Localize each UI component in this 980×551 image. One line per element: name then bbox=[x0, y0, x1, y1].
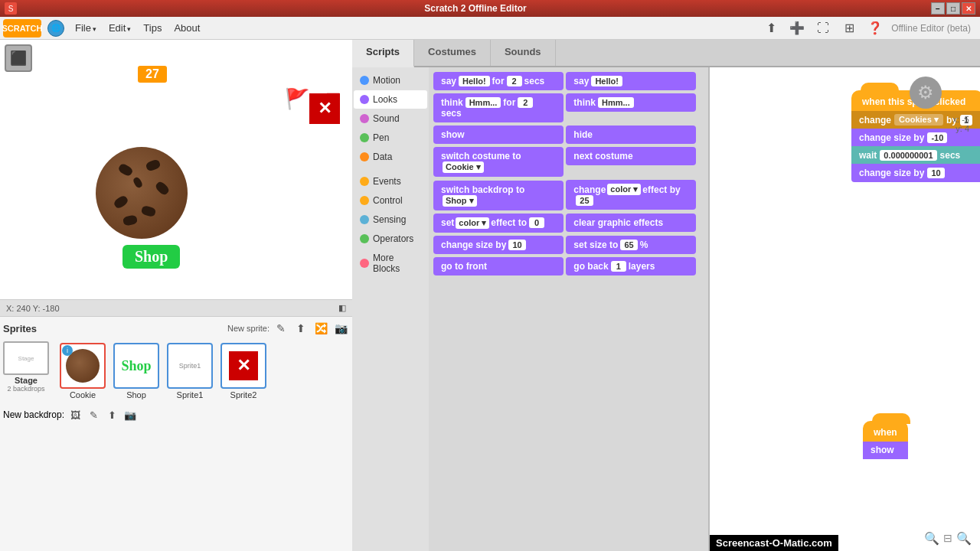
app-icon: S bbox=[5, 2, 17, 15]
menu-about[interactable]: About bbox=[168, 19, 206, 37]
edit-backdrop-button[interactable]: ✎ bbox=[86, 407, 101, 422]
block-change-size[interactable]: change size by 10 bbox=[433, 236, 564, 254]
cat-motion[interactable]: Motion bbox=[354, 71, 427, 90]
partial-when-block[interactable]: when show bbox=[863, 421, 908, 459]
scripting-area[interactable]: when this sprite clicked change Cookies … bbox=[710, 67, 980, 551]
tab-sounds[interactable]: Sounds bbox=[491, 40, 556, 66]
cat-control[interactable]: Control bbox=[354, 191, 427, 210]
sprite-thumb-shop: Shop bbox=[113, 343, 159, 389]
toolbar-right: ⬆ ➕ ⛶ ⊞ ❓ Offline Editor (beta) bbox=[761, 18, 977, 38]
minimize-button[interactable]: − bbox=[931, 2, 945, 15]
x-coord: x: -5 bbox=[953, 115, 969, 124]
stage-selector[interactable]: Stage Stage 2 backdrops bbox=[3, 341, 49, 393]
wait-block[interactable]: wait 0.000000001 secs bbox=[851, 146, 980, 165]
stage-label-text: Stage bbox=[15, 376, 38, 385]
tab-scripts[interactable]: Scripts bbox=[352, 40, 414, 67]
sprite-thumb-sprite1: Sprite1 bbox=[167, 343, 213, 389]
block-think-for[interactable]: think Hmm... for 2 secs bbox=[433, 93, 564, 122]
sprites-panel: Sprites New sprite: ✎ ⬆ 🔀 📷 Stage Stage … bbox=[0, 317, 352, 551]
cat-more-blocks-dot bbox=[360, 259, 369, 268]
block-switch-costume[interactable]: switch costume to Cookie ▾ bbox=[433, 147, 564, 177]
cat-control-dot bbox=[360, 196, 369, 205]
block-change-color[interactable]: change color ▾ effect by 25 bbox=[566, 180, 696, 210]
score-display: 27 bbox=[138, 66, 167, 83]
block-clear-effects[interactable]: clear graphic effects bbox=[566, 214, 696, 232]
cat-sound[interactable]: Sound bbox=[354, 109, 427, 128]
stage-thumbnail: Stage bbox=[3, 341, 49, 375]
maximize-button[interactable]: □ bbox=[946, 2, 960, 15]
expand-icon[interactable]: ⊞ bbox=[839, 18, 859, 38]
surprise-sprite-button[interactable]: 🔀 bbox=[312, 320, 329, 337]
block-say[interactable]: say Hello! bbox=[566, 72, 696, 90]
camera-sprite-button[interactable]: 📷 bbox=[332, 320, 349, 337]
y-coord: y: 4 bbox=[953, 124, 969, 133]
zoom-in-button[interactable]: 🔍 bbox=[956, 530, 972, 546]
window-title: Scratch 2 Offline Editor bbox=[20, 3, 931, 14]
block-say-for[interactable]: say Hello! for 2 secs bbox=[433, 72, 564, 90]
block-think[interactable]: think Hmm... bbox=[566, 93, 696, 112]
sprite-item-cookie[interactable]: i Cookie bbox=[58, 341, 107, 401]
block-set-size[interactable]: set size to 65 % bbox=[566, 236, 696, 254]
zoom-reset[interactable]: ⊟ bbox=[943, 532, 952, 544]
zoom-controls: 🔍 ⊟ 🔍 bbox=[923, 530, 972, 546]
fullscreen-icon[interactable]: ⛶ bbox=[813, 18, 833, 38]
cat-sensing[interactable]: Sensing bbox=[354, 210, 427, 229]
shop-button-display[interactable]: Shop bbox=[122, 245, 180, 269]
language-button[interactable]: 🌐 bbox=[47, 20, 64, 37]
sprite-thumb-cookie: i bbox=[60, 343, 106, 389]
sprite-name-sprite2: Sprite2 bbox=[230, 390, 257, 399]
cookie-decoration bbox=[96, 147, 188, 239]
draw-sprite-button[interactable]: ✎ bbox=[273, 320, 289, 337]
camera-backdrop-button[interactable]: 📷 bbox=[122, 407, 138, 422]
sprite-name-shop: Shop bbox=[126, 390, 146, 399]
cat-more-blocks[interactable]: More Blocks bbox=[354, 249, 427, 278]
cat-looks-dot bbox=[360, 95, 369, 104]
stage-canvas[interactable]: ⬛ 🚩 ⏹ 27 ✕ bbox=[0, 40, 352, 300]
new-sprite-controls: New sprite: ✎ ⬆ 🔀 📷 bbox=[227, 320, 349, 337]
blocks-list: say Hello! for 2 secs say Hello! think H… bbox=[429, 67, 710, 551]
green-flag-button[interactable]: 🚩 bbox=[285, 87, 309, 111]
upload-icon[interactable]: ⬆ bbox=[761, 18, 781, 38]
menu-tips[interactable]: Tips bbox=[137, 19, 168, 37]
tab-costumes[interactable]: Costumes bbox=[414, 40, 491, 66]
sprite-name-sprite1: Sprite1 bbox=[177, 390, 204, 399]
block-go-front[interactable]: go to front bbox=[433, 257, 564, 276]
titlebar: S Scratch 2 Offline Editor − □ ✕ bbox=[0, 0, 980, 17]
partial-show-block[interactable]: show bbox=[863, 441, 908, 459]
cookie-sprite[interactable] bbox=[96, 147, 188, 239]
cat-pen[interactable]: Pen bbox=[354, 129, 427, 147]
new-sprite-label: New sprite: bbox=[227, 324, 270, 333]
cat-events[interactable]: Events bbox=[354, 172, 427, 191]
cat-operators-dot bbox=[360, 234, 369, 243]
sprite-info-badge[interactable]: i bbox=[62, 345, 73, 356]
add-icon[interactable]: ➕ bbox=[787, 18, 807, 38]
block-go-back[interactable]: go back 1 layers bbox=[566, 257, 696, 276]
draw-backdrop-button[interactable]: 🖼 bbox=[67, 407, 83, 422]
menu-file[interactable]: File▾ bbox=[69, 19, 103, 37]
cat-operators[interactable]: Operators bbox=[354, 230, 427, 248]
change-size-10-block[interactable]: change size by 10 bbox=[851, 164, 980, 182]
cat-motion-dot bbox=[360, 76, 369, 85]
block-switch-backdrop[interactable]: switch backdrop to Shop ▾ bbox=[433, 181, 564, 210]
sprite-item-sprite2[interactable]: ✕ Sprite2 bbox=[219, 341, 268, 401]
resize-icon[interactable]: ◧ bbox=[338, 303, 346, 313]
block-next-costume[interactable]: next costume bbox=[566, 147, 696, 165]
cat-looks[interactable]: Looks bbox=[354, 90, 427, 109]
stage-mode-button[interactable]: ⬛ bbox=[5, 44, 32, 72]
category-palette: Motion Looks Sound Pen Data bbox=[352, 67, 429, 551]
help-icon[interactable]: ❓ bbox=[865, 18, 885, 38]
menu-edit[interactable]: Edit▾ bbox=[103, 19, 137, 37]
gear-icon[interactable]: ⚙ bbox=[910, 77, 942, 109]
cat-events-dot bbox=[360, 177, 369, 186]
upload-sprite-button[interactable]: ⬆ bbox=[292, 320, 309, 337]
block-hide[interactable]: hide bbox=[566, 126, 696, 144]
upload-backdrop-button[interactable]: ⬆ bbox=[104, 407, 119, 422]
sprite-name-cookie: Cookie bbox=[70, 390, 96, 399]
close-button[interactable]: ✕ bbox=[962, 2, 975, 15]
block-set-color[interactable]: set color ▾ effect to 0 bbox=[433, 214, 564, 233]
sprite-item-shop[interactable]: Shop Shop bbox=[112, 341, 161, 401]
sprite-item-sprite1[interactable]: Sprite1 Sprite1 bbox=[165, 341, 214, 401]
zoom-out-button[interactable]: 🔍 bbox=[923, 530, 940, 546]
cat-data[interactable]: Data bbox=[354, 148, 427, 166]
block-show[interactable]: show bbox=[433, 126, 564, 144]
